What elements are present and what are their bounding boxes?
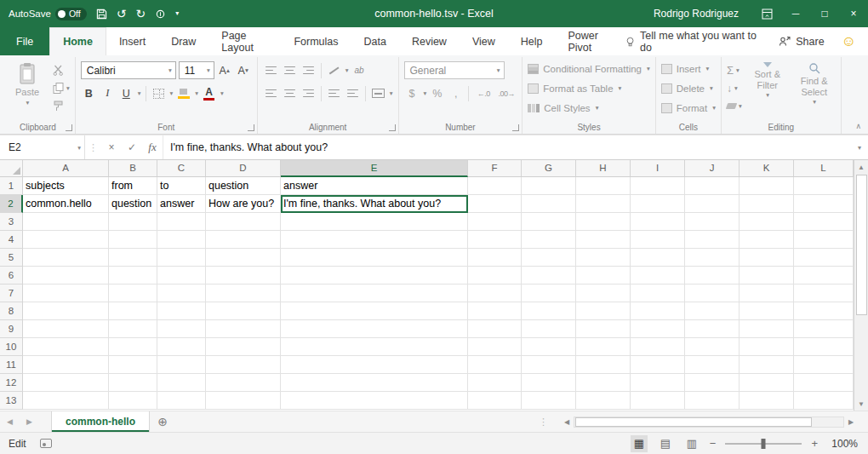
increase-decimal-button[interactable]: ←.0 (473, 85, 494, 102)
number-format-select[interactable]: General ▾ (404, 61, 505, 79)
cell-C7[interactable] (157, 284, 206, 302)
cell-B6[interactable] (109, 267, 157, 284)
cell-H10[interactable] (576, 338, 631, 356)
cell-H4[interactable] (576, 231, 631, 249)
cell-K12[interactable] (740, 374, 794, 392)
cell-J7[interactable] (685, 284, 740, 302)
cell-G9[interactable] (522, 320, 576, 338)
cell-E5[interactable] (281, 249, 468, 267)
cell-C1[interactable]: to (157, 177, 206, 195)
ribbon-display-options-button[interactable] (752, 0, 781, 27)
cell-G1[interactable] (522, 177, 576, 195)
column-header-C[interactable]: C (157, 160, 206, 177)
align-bottom-button[interactable] (300, 62, 317, 79)
cell-L2[interactable] (794, 195, 854, 213)
column-header-J[interactable]: J (685, 160, 740, 177)
name-box[interactable]: E2 ▾ (0, 135, 85, 159)
cell-K5[interactable] (740, 249, 794, 267)
cell-J3[interactable] (685, 213, 740, 231)
cell-L10[interactable] (794, 338, 854, 356)
hscroll-right-icon[interactable]: ▶ (844, 418, 858, 426)
autosave-pill[interactable]: Off (55, 8, 87, 20)
cell-A4[interactable] (23, 231, 109, 249)
cell-B8[interactable] (109, 302, 157, 320)
cell-C8[interactable] (157, 302, 206, 320)
cell-A11[interactable] (23, 356, 109, 374)
alignment-dialog-launcher[interactable] (389, 124, 396, 131)
cell-K7[interactable] (740, 284, 794, 302)
hscroll-left-icon[interactable]: ◀ (560, 418, 574, 426)
sheet-nav-right-icon[interactable]: ▶ (20, 411, 39, 432)
font-size-select[interactable]: 11 ▾ (179, 61, 214, 79)
cell-L4[interactable] (794, 231, 854, 249)
cell-F1[interactable] (468, 177, 522, 195)
cell-I11[interactable] (631, 356, 685, 374)
cancel-entry-button[interactable]: × (101, 135, 122, 159)
confirm-entry-button[interactable]: ✓ (122, 135, 142, 159)
column-header-F[interactable]: F (468, 160, 522, 177)
cell-G5[interactable] (522, 249, 576, 267)
cell-H13[interactable] (576, 392, 631, 410)
align-top-button[interactable] (263, 62, 279, 79)
formula-input[interactable]: I'm fine, thanks. What about you? (163, 135, 851, 159)
orientation-dropdown-icon[interactable]: ▾ (345, 66, 349, 74)
find-select-button[interactable]: Find & Select ▾ (793, 60, 836, 113)
cell-C3[interactable] (157, 213, 206, 231)
column-header-E[interactable]: E (281, 160, 468, 177)
cell-F4[interactable] (468, 231, 522, 249)
column-header-K[interactable]: K (740, 160, 794, 177)
clear-button[interactable]: ▾ (727, 99, 742, 113)
tab-file[interactable]: File (0, 27, 49, 55)
fill-color-button[interactable] (175, 85, 191, 102)
cell-L6[interactable] (794, 267, 854, 284)
accounting-format-dropdown-icon[interactable]: ▾ (424, 89, 427, 97)
cell-B12[interactable] (109, 374, 157, 392)
copy-button[interactable]: ▾ (53, 81, 70, 95)
cell-I10[interactable] (631, 338, 685, 356)
cell-C5[interactable] (157, 249, 206, 267)
grow-font-button[interactable]: A▲ (217, 62, 233, 79)
cell-A8[interactable] (23, 302, 109, 320)
cell-E12[interactable] (281, 374, 468, 392)
zoom-slider-thumb[interactable] (762, 439, 766, 449)
cell-F7[interactable] (468, 284, 522, 302)
cell-F2[interactable] (468, 195, 522, 213)
cell-B3[interactable] (109, 213, 157, 231)
cell-D6[interactable] (206, 267, 281, 284)
cell-C2[interactable]: answer (157, 195, 206, 213)
zoom-out-button[interactable]: − (710, 437, 717, 450)
cell-L8[interactable] (794, 302, 854, 320)
cell-B9[interactable] (109, 320, 157, 338)
insert-cells-button[interactable]: Insert ▾ (661, 60, 716, 77)
font-color-dropdown-icon[interactable]: ▾ (220, 89, 224, 97)
cell-D12[interactable] (206, 374, 281, 392)
format-painter-button[interactable] (53, 99, 70, 113)
row-header-9[interactable]: 9 (0, 320, 23, 338)
cell-A13[interactable] (23, 392, 109, 410)
align-middle-button[interactable] (282, 62, 298, 79)
cell-A1[interactable]: subjects (23, 177, 109, 195)
tab-data[interactable]: Data (351, 27, 399, 55)
fill-button[interactable]: ↓ ▾ (727, 81, 742, 95)
cell-D5[interactable] (206, 249, 281, 267)
cell-H6[interactable] (576, 267, 631, 284)
cell-I2[interactable] (631, 195, 685, 213)
view-page-break-icon[interactable]: ▥ (683, 435, 700, 452)
row-header-3[interactable]: 3 (0, 213, 23, 231)
tab-view[interactable]: View (460, 27, 508, 55)
row-header-4[interactable]: 4 (0, 231, 23, 249)
cell-H8[interactable] (576, 302, 631, 320)
cell-C4[interactable] (157, 231, 206, 249)
paste-button[interactable]: Paste ▾ (6, 60, 49, 113)
accounting-format-button[interactable]: $ (404, 85, 420, 102)
cell-I12[interactable] (631, 374, 685, 392)
tab-help[interactable]: Help (508, 27, 556, 55)
save-button[interactable] (96, 9, 107, 20)
cell-K11[interactable] (740, 356, 794, 374)
cell-D3[interactable] (206, 213, 281, 231)
cell-A5[interactable] (23, 249, 109, 267)
scroll-down-icon[interactable]: ▼ (858, 398, 865, 410)
cell-E2[interactable]: I'm fine, thanks. What about you? (281, 195, 468, 213)
cell-K1[interactable] (740, 177, 794, 195)
cell-C12[interactable] (157, 374, 206, 392)
